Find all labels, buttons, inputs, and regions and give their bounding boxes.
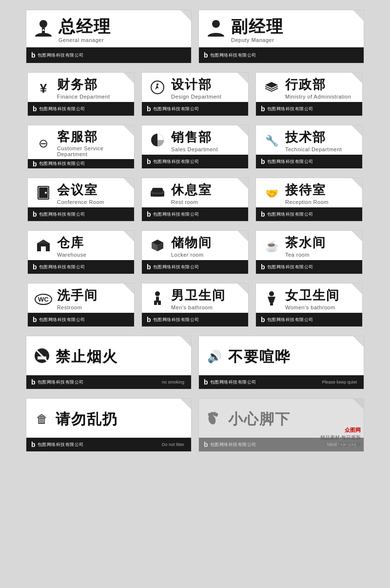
sign-title-cn: 女卫生间 bbox=[285, 288, 355, 303]
company-name: 包图网络科技有限公司 bbox=[39, 106, 85, 112]
company-name: 包图网络科技有限公司 bbox=[38, 379, 84, 385]
sign-title-cn: 储物间 bbox=[171, 235, 241, 250]
sign-title-cn: 小心脚下 bbox=[228, 410, 357, 428]
sign-bottom: b 包图网络科技有限公司 Please keep quiet bbox=[199, 375, 364, 389]
logo-icon: b bbox=[261, 263, 265, 271]
headset-icon: ⊖ bbox=[35, 138, 52, 149]
sign-mens: 男卫生间 Men's bathroom b 包图网络科技有限公司 bbox=[141, 283, 249, 327]
sign-text: 设计部 Design Department bbox=[171, 77, 241, 99]
sign-title-cn: 茶水间 bbox=[285, 235, 355, 250]
pen-icon bbox=[149, 80, 166, 97]
sign-bottom: b 包图网络科技有限公司 bbox=[142, 155, 248, 168]
sign-bottom: b 包图网络科技有限公司 Mind Your Step bbox=[199, 438, 364, 451]
sign-text: 总经理 General manager bbox=[58, 17, 184, 43]
sign-warehouse: 仓库 Warehouse b 包图网络科技有限公司 bbox=[27, 230, 135, 274]
svg-point-0 bbox=[39, 20, 47, 28]
sign-general-manager: 总经理 General manager b 包图网络科技有限公司 bbox=[26, 10, 192, 63]
sign-top: 储物间 Locker room bbox=[142, 231, 248, 260]
sign-text: 会议室 Conference Room bbox=[57, 182, 127, 204]
sign-title-en: Reception Room bbox=[285, 199, 355, 205]
sign-title-en: Deputy Manager bbox=[231, 37, 357, 43]
svg-rect-17 bbox=[152, 188, 163, 193]
sign-rest: 休息室 Rest room b 包图网络科技有限公司 bbox=[141, 178, 249, 222]
sign-bottom: b 包图网络科技有限公司 bbox=[28, 260, 134, 274]
company-name: 包图网络科技有限公司 bbox=[153, 159, 199, 165]
sign-finance: ¥ 财务部 Finance Department b 包图网络科技有限公司 bbox=[27, 72, 135, 116]
company-name: 包图网络科技有限公司 bbox=[210, 442, 256, 448]
sign-text: 休息室 Rest room bbox=[171, 182, 241, 204]
sign-text: 禁止烟火 bbox=[56, 348, 184, 365]
company-name: 包图网络科技有限公司 bbox=[153, 211, 199, 218]
sign-top: ☕ 茶水间 Tea room bbox=[256, 231, 362, 260]
company-name: 包图网络科技有限公司 bbox=[267, 211, 313, 218]
sign-title-cn: 行政部 bbox=[285, 77, 355, 92]
sign-bottom: b 包图网络科技有限公司 bbox=[26, 47, 191, 63]
sign-bottom: b 包图网络科技有限公司 bbox=[256, 313, 362, 326]
sign-tearoom: ☕ 茶水间 Tea room b 包图网络科技有限公司 bbox=[255, 230, 363, 274]
sign-bottom: b 包图网络科技有限公司 bbox=[142, 313, 248, 326]
sign-text: 仓库 Warehouse bbox=[57, 235, 127, 257]
sign-title-en: Ministry of Administration bbox=[285, 94, 355, 100]
company-name: 包图网络科技有限公司 bbox=[267, 264, 313, 270]
sign-bottom-en: no smoking bbox=[162, 380, 184, 385]
female-icon bbox=[263, 291, 280, 308]
svg-rect-27 bbox=[158, 301, 161, 305]
sign-bottom: b 包图网络科技有限公司 bbox=[256, 155, 362, 168]
row-warning-2: 🗑 请勿乱扔 b 包图网络科技有限公司 Do not litter bbox=[10, 398, 380, 452]
logo-icon: b bbox=[147, 263, 151, 271]
sign-text: 接待室 Reception Room bbox=[285, 182, 355, 204]
sign-title-cn: 不要喧哗 bbox=[228, 348, 357, 365]
sign-title-en: Conference Room bbox=[57, 199, 127, 205]
sign-top: 🔊 不要喧哗 bbox=[199, 336, 364, 375]
sign-text: 客服部 Customer Service Department bbox=[57, 129, 127, 157]
sign-text: 洗手间 Restroom bbox=[57, 288, 127, 310]
sign-design: 设计部 Design Department b 包图网络科技有限公司 bbox=[141, 72, 249, 116]
sign-title-cn: 客服部 bbox=[57, 129, 127, 144]
logo-icon: b bbox=[261, 210, 265, 218]
sign-administration: 行政部 Ministry of Administration b 包图网络科技有… bbox=[255, 72, 363, 116]
person-tie-icon bbox=[33, 18, 54, 41]
company-name: 包图网络科技有限公司 bbox=[210, 379, 256, 385]
row-departments-1: ¥ 财务部 Finance Department b 包图网络科技有限公司 设计… bbox=[10, 72, 380, 116]
company-name: 包图网络科技有限公司 bbox=[39, 161, 85, 167]
svg-point-12 bbox=[45, 192, 47, 194]
sign-text: 不要喧哗 bbox=[228, 348, 357, 365]
logo-icon: b bbox=[33, 210, 37, 218]
sign-restroom: WC 洗手间 Restroom b 包图网络科技有限公司 bbox=[27, 283, 135, 327]
sign-top: WC 洗手间 Restroom bbox=[28, 284, 134, 313]
svg-rect-29 bbox=[270, 302, 272, 305]
logo-icon: b bbox=[31, 441, 36, 448]
sign-text: 小心脚下 bbox=[228, 410, 357, 428]
logo-icon: b bbox=[31, 378, 36, 386]
logo-icon: b bbox=[33, 160, 37, 168]
person-icon bbox=[206, 18, 226, 41]
sign-title-cn: 会议室 bbox=[57, 182, 127, 198]
logo-icon: b bbox=[261, 105, 265, 113]
sign-top: 休息室 Rest room bbox=[142, 178, 248, 207]
sign-text: 财务部 Finance Department bbox=[57, 77, 127, 99]
svg-rect-26 bbox=[154, 301, 157, 305]
sign-title-cn: 总经理 bbox=[58, 17, 184, 37]
row-warning-1: 禁止烟火 b 包图网络科技有限公司 no smoking 🔊 不要喧哗 b 包图… bbox=[10, 336, 380, 389]
sign-title-cn: 设计部 bbox=[171, 77, 241, 92]
svg-rect-19 bbox=[41, 246, 46, 251]
logo-icon: b bbox=[204, 51, 208, 59]
sign-top: 设计部 Design Department bbox=[142, 73, 248, 102]
sign-reception: 🤝 接待室 Reception Room b 包图网络科技有限公司 bbox=[255, 178, 363, 222]
sign-bottom: b 包图网络科技有限公司 bbox=[28, 313, 134, 326]
row-departments-2: ⊖ 客服部 Customer Service Department b 包图网络… bbox=[10, 125, 380, 169]
logo-icon: b bbox=[261, 158, 265, 165]
sign-title-en: Rest room bbox=[171, 199, 241, 205]
sign-bottom: b 包图网络科技有限公司 bbox=[142, 207, 248, 221]
sign-text: 茶水间 Tea room bbox=[285, 235, 355, 257]
company-name: 包图网络科技有限公司 bbox=[38, 442, 84, 448]
sign-bottom: b 包图网络科技有限公司 bbox=[28, 102, 134, 116]
sign-top: 小心脚下 bbox=[199, 399, 364, 438]
sign-text: 女卫生间 Women's bathroom bbox=[285, 288, 355, 310]
sign-title-cn: 接待室 bbox=[285, 182, 355, 198]
logo-icon: b bbox=[204, 378, 208, 386]
sign-mind-step: 小心脚下 b 包图网络科技有限公司 Mind Your Step 众图网 精品素… bbox=[198, 398, 364, 452]
sign-title-en: Women's bathroom bbox=[285, 304, 355, 310]
sign-bottom: b 包图网络科技有限公司 bbox=[256, 207, 362, 221]
sign-bottom: b 包图网络科技有限公司 bbox=[28, 207, 134, 221]
